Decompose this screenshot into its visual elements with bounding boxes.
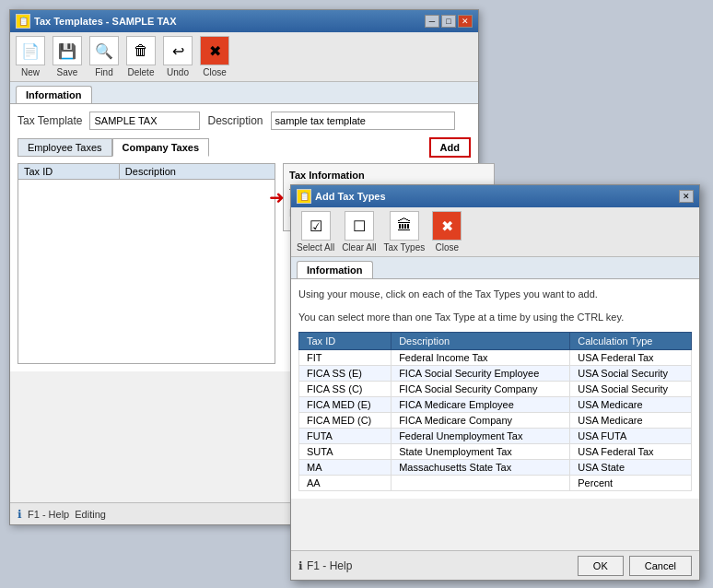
add-button[interactable]: Add [429, 137, 471, 158]
tax-template-input[interactable] [89, 112, 200, 130]
footer-buttons: OK Cancel [578, 556, 692, 576]
table-row[interactable]: AAPercent [299, 476, 692, 491]
select-all-label: Select All [297, 242, 334, 253]
minimize-button[interactable]: ─ [425, 15, 439, 28]
tax-info-title: Tax Information [289, 170, 488, 181]
popup-footer: ℹ F1 - Help OK Cancel [291, 550, 699, 580]
tax-types-label: Tax Types [383, 242, 425, 253]
close-tool[interactable]: ✖ Close [200, 36, 229, 77]
find-label: Find [95, 67, 112, 77]
main-window-title: Tax Templates - SAMPLE TAX [34, 16, 177, 27]
undo-tool[interactable]: ↩ Undo [163, 36, 193, 77]
tax-types-tool[interactable]: 🏛 Tax Types [383, 211, 425, 253]
info-text-2: You can select more than one Tax Type at… [298, 310, 692, 325]
save-label: Save [57, 67, 78, 77]
inner-tab-bar: Employee Taxes Company Taxes Add [18, 137, 471, 158]
delete-label: Delete [128, 67, 155, 77]
main-window-icon: 📋 [16, 14, 30, 29]
help-text: F1 - Help [28, 509, 69, 520]
table-row[interactable]: FICA MED (C)FICA Medicare CompanyUSA Med… [299, 413, 692, 429]
popup-icon: 📋 [297, 189, 311, 204]
left-column: Tax ID Description [18, 163, 275, 364]
find-tool[interactable]: 🔍 Find [89, 36, 119, 77]
col-description: Description [119, 164, 275, 180]
table-row[interactable]: SUTAState Unemployment TaxUSA Federal Ta… [299, 444, 692, 460]
footer-help-icon: ℹ [298, 559, 303, 572]
help-icon: ℹ [18, 508, 22, 521]
popup-tax-table: Tax ID Description Calculation Type FITF… [298, 332, 692, 491]
editing-text: Editing [75, 509, 106, 520]
arrow-indicator: ➜ [269, 186, 285, 208]
close-label: Close [203, 67, 227, 77]
delete-icon: 🗑 [126, 36, 156, 65]
popup-col-description: Description [392, 333, 570, 350]
new-icon: 📄 [16, 36, 45, 65]
table-row[interactable]: FICA SS (E)FICA Social Security Employee… [299, 366, 692, 382]
footer-help: ℹ F1 - Help [298, 559, 352, 572]
undo-icon: ↩ [163, 36, 193, 65]
popup-title-bar: 📋 Add Tax Types ✕ [291, 185, 699, 207]
delete-tool[interactable]: 🗑 Delete [126, 36, 156, 77]
save-icon: 💾 [53, 36, 82, 65]
find-icon: 🔍 [89, 36, 119, 65]
col-tax-id: Tax ID [18, 164, 120, 180]
tab-company-taxes[interactable]: Company Taxes [112, 138, 210, 157]
main-tab-bar: Information [10, 82, 478, 104]
table-row[interactable]: FUTAFederal Unemployment TaxUSA FUTA [299, 429, 692, 444]
popup-close-icon: ✖ [432, 211, 462, 241]
clear-all-label: Clear All [342, 242, 376, 253]
tab-information[interactable]: Information [16, 86, 92, 103]
footer-help-text: F1 - Help [307, 559, 352, 572]
new-label: New [21, 67, 40, 77]
popup-tab-bar: Information [291, 257, 699, 279]
popup-title: Add Tax Types [315, 191, 386, 202]
undo-label: Undo [167, 67, 189, 77]
main-title-bar: 📋 Tax Templates - SAMPLE TAX ─ □ ✕ [10, 10, 478, 32]
close-window-button[interactable]: ✕ [458, 15, 473, 28]
popup-content: Using your mouse, click on each of the T… [291, 279, 699, 499]
select-all-icon: ☑ [301, 211, 331, 241]
tax-table: Tax ID Description [18, 163, 275, 180]
info-text-1: Using your mouse, click on each of the T… [298, 287, 692, 302]
clear-all-tool[interactable]: ☐ Clear All [342, 211, 376, 253]
close-icon: ✖ [200, 36, 229, 65]
popup-window: 📋 Add Tax Types ✕ ☑ Select All ☐ Clear A… [290, 184, 700, 581]
restore-button[interactable]: □ [441, 15, 456, 28]
table-row[interactable]: FICA SS (C)FICA Social Security CompanyU… [299, 382, 692, 397]
cancel-button[interactable]: Cancel [629, 556, 692, 576]
tax-types-icon: 🏛 [390, 211, 419, 241]
popup-close-tool[interactable]: ✖ Close [432, 211, 462, 253]
new-tool[interactable]: 📄 New [16, 36, 45, 77]
table-row[interactable]: MAMassachusetts State TaxUSA State [299, 460, 692, 476]
popup-tab-information[interactable]: Information [297, 261, 373, 278]
popup-col-tax-id: Tax ID [299, 333, 392, 350]
description-input[interactable] [271, 112, 455, 130]
popup-close-button[interactable]: ✕ [679, 190, 694, 203]
popup-toolbar: ☑ Select All ☐ Clear All 🏛 Tax Types ✖ C… [291, 207, 699, 257]
tax-template-row: Tax Template Description [18, 112, 471, 130]
tax-template-label: Tax Template [18, 114, 82, 127]
select-all-tool[interactable]: ☑ Select All [297, 211, 334, 253]
popup-close-label: Close [435, 242, 459, 253]
save-tool[interactable]: 💾 Save [53, 36, 82, 77]
main-toolbar: 📄 New 💾 Save 🔍 Find 🗑 Delete ↩ Undo ✖ Cl… [10, 32, 478, 82]
table-row[interactable]: FITFederal Income TaxUSA Federal Tax [299, 350, 692, 366]
description-label: Description [207, 114, 263, 127]
tab-employee-taxes[interactable]: Employee Taxes [18, 138, 112, 157]
ok-button[interactable]: OK [578, 556, 624, 576]
table-body [18, 180, 275, 364]
clear-all-icon: ☐ [345, 211, 374, 241]
popup-col-calc-type: Calculation Type [570, 333, 692, 350]
table-row[interactable]: FICA MED (E)FICA Medicare EmployeeUSA Me… [299, 397, 692, 413]
